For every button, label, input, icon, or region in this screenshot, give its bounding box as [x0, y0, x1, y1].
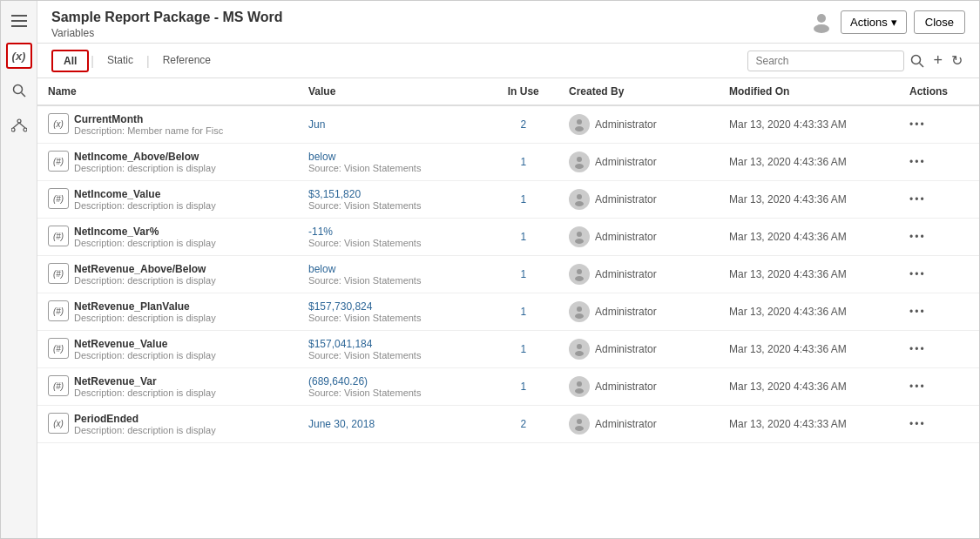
value-cell: (689,640.26)Source: Vision Statements — [298, 368, 489, 406]
inuse-link[interactable]: 1 — [520, 193, 526, 205]
modifiedon-cell: Mar 13, 2020 4:43:33 AM — [719, 105, 899, 144]
creator-name: Administrator — [595, 193, 657, 205]
value-cell: $157,730,824Source: Vision Statements — [298, 293, 489, 331]
search-input[interactable] — [747, 51, 904, 71]
row-actions-cell[interactable]: ••• — [899, 331, 979, 368]
row-actions-cell[interactable]: ••• — [899, 105, 979, 144]
modifiedon-cell: Mar 13, 2020 4:43:36 AM — [719, 331, 899, 368]
value-cell: June 30, 2018 — [298, 406, 489, 443]
row-actions-menu-icon[interactable]: ••• — [909, 306, 926, 318]
value-cell: $157,041,184Source: Vision Statements — [298, 331, 489, 368]
name-cell: (x)CurrentMonthDescription: Member name … — [37, 105, 298, 144]
row-actions-menu-icon[interactable]: ••• — [909, 418, 926, 430]
row-actions-cell[interactable]: ••• — [899, 144, 979, 181]
sidebar-icon-menu[interactable] — [6, 8, 32, 34]
variable-description: Description: Member name for Fisc — [74, 125, 223, 136]
variable-description: Description: description is display — [74, 425, 216, 435]
variable-description: Description: description is display — [74, 387, 216, 398]
variable-type-icon: (#) — [48, 338, 69, 359]
variables-table: Name Value In Use Created By Modified On… — [37, 78, 979, 443]
inuse-link[interactable]: 1 — [520, 306, 526, 318]
header: Sample Report Package - MS Word Variable… — [37, 1, 979, 44]
row-actions-menu-icon[interactable]: ••• — [909, 193, 926, 205]
row-actions-menu-icon[interactable]: ••• — [909, 118, 926, 131]
row-actions-menu-icon[interactable]: ••• — [909, 343, 926, 355]
search-area: + ↻ — [747, 49, 965, 72]
svg-point-15 — [575, 126, 584, 131]
variable-description: Description: description is display — [74, 350, 216, 360]
inuse-link[interactable]: 2 — [520, 118, 526, 131]
row-actions-cell[interactable]: ••• — [899, 293, 979, 331]
variable-value: Jun — [308, 118, 478, 131]
refresh-button[interactable]: ↻ — [949, 50, 965, 71]
creator-avatar — [569, 114, 590, 135]
name-cell: (#)NetIncome_ValueDescription: descripti… — [37, 181, 298, 219]
variable-name: NetRevenue_Value — [74, 338, 216, 350]
sidebar-icon-network[interactable] — [6, 112, 32, 138]
value-cell: Jun — [298, 105, 489, 144]
search-button[interactable] — [908, 51, 927, 71]
header-left: Sample Report Package - MS Word Variable… — [51, 10, 283, 39]
inuse-link[interactable]: 1 — [520, 268, 526, 280]
variable-description: Description: description is display — [74, 313, 216, 323]
toolbar: All | Static | Reference + ↻ — [37, 44, 979, 78]
variable-description: Description: description is display — [74, 275, 216, 286]
inuse-cell: 1 — [489, 293, 559, 331]
row-actions-menu-icon[interactable]: ••• — [909, 231, 926, 243]
inuse-cell: 1 — [489, 331, 559, 368]
tab-reference[interactable]: Reference — [152, 50, 222, 72]
modifiedon-cell: Mar 13, 2020 4:43:36 AM — [719, 219, 899, 256]
createdby-cell: Administrator — [558, 219, 719, 256]
variable-name: NetIncome_Var% — [74, 226, 216, 238]
createdby-cell: Administrator — [558, 293, 719, 331]
close-button[interactable]: Close — [914, 10, 965, 34]
variable-value: June 30, 2018 — [308, 418, 478, 430]
col-header-createdby: Created By — [558, 78, 719, 105]
variable-name: CurrentMonth — [74, 113, 223, 125]
sidebar-icon-search[interactable] — [6, 77, 32, 104]
inuse-link[interactable]: 1 — [520, 156, 526, 168]
inuse-link[interactable]: 2 — [520, 418, 526, 430]
svg-point-21 — [575, 239, 584, 244]
variable-name: NetRevenue_Var — [74, 375, 216, 387]
table-row: (#)NetRevenue_VarDescription: descriptio… — [37, 368, 979, 406]
variable-value: (689,640.26) — [308, 375, 478, 387]
table-row: (x)PeriodEndedDescription: description i… — [37, 406, 979, 443]
tab-all[interactable]: All — [51, 50, 89, 72]
value-cell: -11%Source: Vision Statements — [298, 219, 489, 256]
variable-type-icon: (#) — [48, 300, 69, 321]
variable-value: -11% — [308, 226, 478, 238]
creator-name: Administrator — [595, 156, 657, 168]
svg-point-23 — [575, 276, 584, 281]
row-actions-cell[interactable]: ••• — [899, 368, 979, 406]
svg-rect-1 — [11, 20, 27, 22]
sidebar: (x) — [1, 1, 37, 538]
row-actions-cell[interactable]: ••• — [899, 181, 979, 219]
modified-date: Mar 13, 2020 4:43:36 AM — [729, 268, 847, 280]
variable-value: below — [308, 151, 478, 163]
name-cell: (#)NetRevenue_Above/BelowDescription: de… — [37, 256, 298, 293]
row-actions-cell[interactable]: ••• — [899, 406, 979, 443]
variable-value: below — [308, 263, 478, 275]
add-button[interactable]: + — [930, 49, 945, 72]
modified-date: Mar 13, 2020 4:43:36 AM — [729, 343, 847, 355]
variable-value-source: Source: Vision Statements — [308, 163, 478, 173]
svg-point-7 — [24, 128, 27, 131]
inuse-link[interactable]: 1 — [520, 231, 526, 243]
row-actions-cell[interactable]: ••• — [899, 256, 979, 293]
row-actions-menu-icon[interactable]: ••• — [909, 268, 926, 280]
actions-button[interactable]: Actions ▾ — [841, 10, 907, 34]
creator-avatar — [569, 226, 590, 247]
row-actions-cell[interactable]: ••• — [899, 219, 979, 256]
creator-avatar — [569, 414, 590, 435]
inuse-link[interactable]: 1 — [520, 381, 526, 393]
inuse-link[interactable]: 1 — [520, 343, 526, 355]
tab-static[interactable]: Static — [96, 50, 145, 72]
page-subtitle: Variables — [51, 27, 283, 39]
row-actions-menu-icon[interactable]: ••• — [909, 381, 926, 393]
sidebar-icon-variables[interactable]: (x) — [6, 43, 32, 69]
variable-description: Description: description is display — [74, 200, 216, 211]
row-actions-menu-icon[interactable]: ••• — [909, 156, 926, 168]
table-row: (#)NetIncome_Var%Description: descriptio… — [37, 219, 979, 256]
modifiedon-cell: Mar 13, 2020 4:43:36 AM — [719, 368, 899, 406]
